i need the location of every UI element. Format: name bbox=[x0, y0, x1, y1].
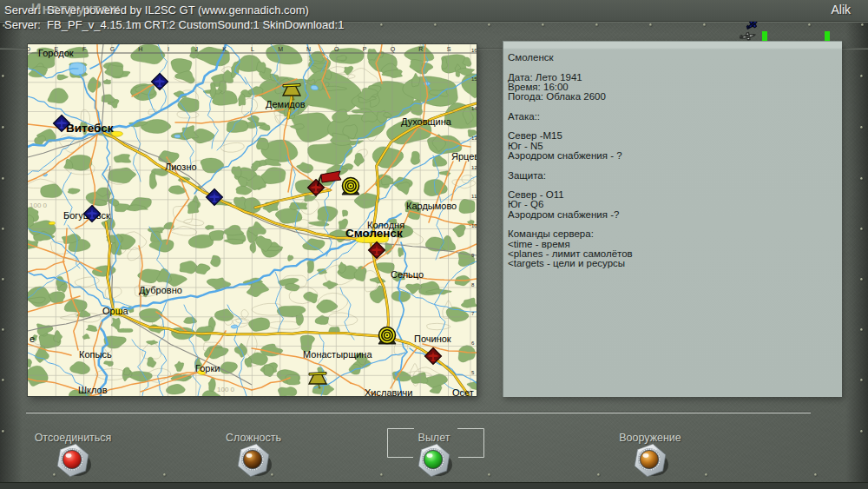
rivet bbox=[860, 379, 863, 381]
map-town-label: Шклов bbox=[78, 385, 108, 395]
map-town-label: Витебск bbox=[66, 122, 114, 135]
button-difficulty[interactable]: Сложность bbox=[188, 432, 319, 475]
map-town-label: Починок bbox=[414, 334, 451, 344]
map-town-label: Орша bbox=[102, 306, 128, 316]
lamp-button-amber[interactable] bbox=[628, 441, 673, 479]
rivet bbox=[860, 228, 863, 230]
rivet bbox=[860, 177, 863, 180]
map-town-label: Духовщина bbox=[401, 116, 452, 127]
map-town-label: Кардымово bbox=[406, 201, 457, 211]
map-grid-letter: D bbox=[28, 46, 30, 52]
target-marker[interactable] bbox=[378, 327, 396, 345]
lamp-button-amber-dark[interactable] bbox=[231, 441, 276, 479]
rivet bbox=[860, 75, 863, 77]
rivet bbox=[2, 75, 4, 77]
rivet bbox=[434, 23, 437, 26]
map-grid-letter: P bbox=[363, 46, 367, 52]
map-grid-number: 11 bbox=[471, 194, 477, 199]
map-grid-letter: S bbox=[447, 46, 451, 52]
map-town-label: е bbox=[30, 334, 35, 344]
rivet bbox=[542, 23, 544, 26]
map-town-label: Демидов bbox=[266, 99, 306, 109]
map-town-label: Горки bbox=[195, 363, 220, 373]
grey-plane-icon bbox=[739, 31, 755, 42]
map-grid-letter: K bbox=[222, 46, 227, 52]
rivet bbox=[2, 177, 4, 180]
map-grid-letter: H bbox=[138, 46, 142, 52]
map-town-label: Смоленск bbox=[345, 227, 403, 240]
map-grid-number: 12 bbox=[471, 165, 477, 170]
rivet bbox=[860, 278, 863, 281]
map-grid-letter: I bbox=[168, 46, 169, 52]
briefing-text-panel[interactable]: Смоленск Дата: Лето 1941 Время: 16:00 По… bbox=[503, 41, 842, 397]
map-elevation-label: 100 0 bbox=[30, 202, 48, 209]
map-grid-number: 10 bbox=[471, 223, 477, 228]
lamp-button-red[interactable] bbox=[50, 441, 95, 479]
rivet bbox=[860, 126, 863, 129]
player-name: Alik bbox=[831, 3, 851, 17]
rivet bbox=[488, 23, 490, 26]
green-connection-bar bbox=[762, 31, 767, 41]
briefing-map[interactable]: DEFGHIJKLMNOPQRS1615141312111098765100 0… bbox=[28, 44, 477, 396]
rivet bbox=[2, 228, 4, 230]
rivet bbox=[595, 23, 598, 26]
map-grid-letter: Q bbox=[391, 46, 396, 53]
button-arming[interactable]: Вооружение bbox=[585, 432, 715, 475]
server-message-line1: Server: Server powered by IL2SC GT (www.… bbox=[4, 3, 309, 17]
map-grid-letter: R bbox=[418, 46, 423, 52]
rivet bbox=[2, 126, 4, 129]
map-town-label: Ярцево bbox=[451, 151, 477, 162]
target-marker[interactable] bbox=[342, 178, 359, 195]
map-elevation-label: 100 0 bbox=[217, 386, 235, 393]
map-grid-number: 13 bbox=[471, 135, 477, 141]
map-grid-letter: M bbox=[278, 46, 283, 52]
rivet bbox=[703, 23, 706, 26]
map-grid-letter: F bbox=[82, 46, 86, 52]
map-grid-letter: O bbox=[334, 46, 339, 52]
map-grid-letter: J bbox=[195, 46, 199, 52]
map-town-label: Сельцо bbox=[391, 269, 424, 280]
rivet bbox=[163, 473, 166, 476]
rivet bbox=[814, 473, 817, 476]
map-grid-number: 16 bbox=[471, 48, 477, 53]
briefing-screen: Инструктаж Server: Server powered by IL2… bbox=[0, 0, 868, 489]
map-town-label: Монастырщина bbox=[303, 349, 372, 360]
map-town-label: Лиозно bbox=[165, 162, 197, 172]
map-grid-number: 14 bbox=[471, 106, 477, 111]
map-town-label: Копысь bbox=[79, 349, 112, 360]
rivet bbox=[860, 430, 863, 433]
briefing-text: Смоленск Дата: Лето 1941 Время: 16:00 По… bbox=[508, 53, 633, 269]
bottom-divider-line bbox=[26, 413, 811, 413]
map-grid-number: 15 bbox=[471, 76, 477, 82]
map-town-label: Хиславичи bbox=[365, 387, 412, 396]
map-town-label: Городок bbox=[38, 48, 74, 58]
server-message-line2: Server: FB_PF_v_4.15.1m CRT:2 CustomSoun… bbox=[4, 18, 344, 31]
map-grid-letter: N bbox=[306, 46, 311, 52]
rivet bbox=[2, 379, 4, 381]
lamp-button-green[interactable] bbox=[411, 441, 457, 479]
bottom-strip bbox=[0, 482, 868, 489]
button-fly[interactable]: Вылет bbox=[369, 432, 499, 475]
rivet bbox=[380, 23, 383, 26]
map-town-label: Дубровно bbox=[139, 285, 182, 295]
map-grid-letter: G bbox=[110, 46, 115, 52]
rivet bbox=[860, 328, 863, 331]
rivet bbox=[2, 430, 4, 433]
rivet bbox=[649, 23, 652, 26]
button-disconnect[interactable]: Отсоединиться bbox=[8, 432, 138, 475]
map-grid-letter: L bbox=[251, 46, 254, 52]
rivet bbox=[2, 328, 4, 331]
green-connection-bar bbox=[825, 31, 830, 41]
map-town-label: Осет bbox=[452, 387, 474, 396]
rivet bbox=[2, 278, 4, 281]
